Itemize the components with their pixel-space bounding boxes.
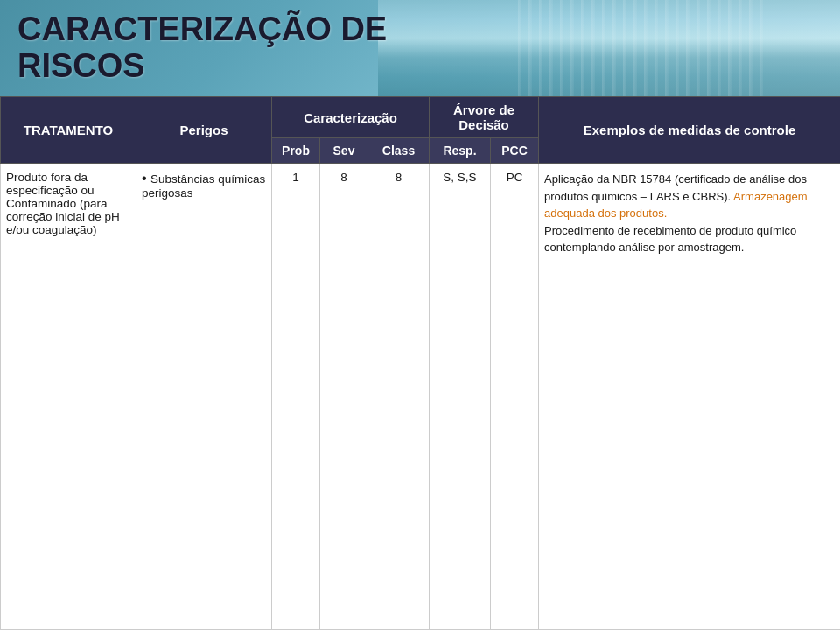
cell-prob: 1 <box>272 164 320 630</box>
col-header-exemplos: Exemplos de medidas de controle <box>539 97 840 164</box>
col-header-perigos: Perigos <box>136 97 272 164</box>
main-title: CARACTERIZAÇÃO DE RISCOS <box>18 11 387 85</box>
col-header-sev: Sev <box>320 138 368 164</box>
cell-eventos: Produto fora da especificação ou Contami… <box>1 164 136 630</box>
col-header-resp: Resp. <box>430 138 491 164</box>
header: CARACTERIZAÇÃO DE RISCOS <box>0 0 840 96</box>
cell-pcc: PC <box>491 164 539 630</box>
main-table: TRATAMENTO Perigos Caracterização Árvore… <box>0 96 840 630</box>
header-row-1: TRATAMENTO Perigos Caracterização Árvore… <box>1 97 841 138</box>
table-wrapper: TRATAMENTO Perigos Caracterização Árvore… <box>0 96 840 630</box>
table-row: Produto fora da especificação ou Contami… <box>1 164 841 630</box>
col-header-caracterizacao: Caracterização <box>272 97 430 138</box>
col-header-tratamento: TRATAMENTO <box>1 97 136 164</box>
col-header-pcc: PCC <box>491 138 539 164</box>
cell-sev: 8 <box>320 164 368 630</box>
cell-class: 8 <box>368 164 430 630</box>
exemplos-end: Procedimento de recebimento de produto q… <box>544 224 796 255</box>
page: CARACTERIZAÇÃO DE RISCOS TRATAMENTO Peri… <box>0 0 840 630</box>
col-header-prob: Prob <box>272 138 320 164</box>
col-header-class: Class <box>368 138 430 164</box>
cell-exemplos: Aplicação da NBR 15784 (certificado de a… <box>539 164 840 630</box>
cell-perigos: Substâncias químicas perigosas <box>136 164 272 630</box>
header-title: CARACTERIZAÇÃO DE RISCOS <box>18 11 387 85</box>
cell-resp: S, S,S <box>430 164 491 630</box>
perigos-text: Substâncias químicas perigosas <box>142 172 265 200</box>
col-header-arvore: Árvore de Decisão <box>430 97 539 138</box>
